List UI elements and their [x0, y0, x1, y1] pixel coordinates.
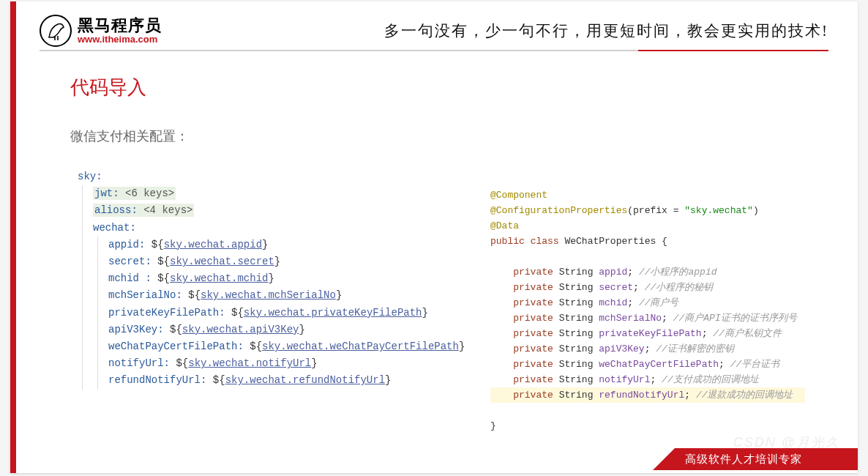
yaml-item: notifyUrl: ${sky.wechat.notifyUrl}: [108, 355, 465, 372]
yaml-item: mchSerialNo: ${sky.wechat.mchSerialNo}: [108, 287, 465, 304]
yaml-item: apiV3Key: ${sky.wechat.apiV3Key}: [108, 321, 465, 338]
yaml-item: refundNotifyUrl: ${sky.wechat.refundNoti…: [108, 372, 465, 389]
yaml-item: privateKeyFilePath: ${sky.wechat.private…: [108, 305, 465, 321]
footer-ribbon: 高级软件人才培训专家: [675, 448, 858, 470]
yaml-wechat-key: wechat:: [93, 222, 136, 234]
logo-url: www.itheima.com: [78, 34, 162, 45]
yaml-root: sky:: [78, 171, 102, 182]
footer-text: 高级软件人才培训专家: [685, 453, 802, 466]
yaml-item: appid: ${sky.wechat.appid}: [108, 237, 465, 253]
yaml-item: weChatPayCertFilePath: ${sky.wechat.weCh…: [108, 338, 465, 355]
yaml-code: sky: jwt: <6 keys> alioss: <4 keys> wech…: [78, 168, 465, 390]
yaml-alioss-val: <4 keys>: [143, 204, 192, 216]
yaml-jwt-val: <6 keys>: [125, 187, 174, 199]
page-title: 代码导入: [70, 75, 146, 100]
horse-icon: [40, 15, 72, 47]
yaml-jwt-key: jwt:: [94, 187, 119, 199]
yaml-alioss-key: alioss:: [94, 204, 138, 216]
subtitle: 微信支付相关配置：: [70, 127, 189, 145]
yaml-item: secret: ${sky.wechat.secret}: [108, 253, 465, 270]
tagline: 多一句没有，少一句不行，用更短时间，教会更实用的技术!: [384, 21, 828, 41]
header: 黑马程序员 www.itheima.com 多一句没有，少一句不行，用更短时间，…: [40, 12, 828, 51]
accent-bar: [10, 1, 16, 473]
logo: 黑马程序员 www.itheima.com: [40, 15, 162, 47]
yaml-item: mchid : ${sky.wechat.mchid}: [108, 270, 465, 287]
slide: 黑马程序员 www.itheima.com 多一句没有，少一句不行，用更短时间，…: [10, 1, 858, 473]
logo-text-cn: 黑马程序员: [78, 17, 162, 34]
java-code: @Component @ConfigurationProperties(pref…: [490, 187, 805, 434]
